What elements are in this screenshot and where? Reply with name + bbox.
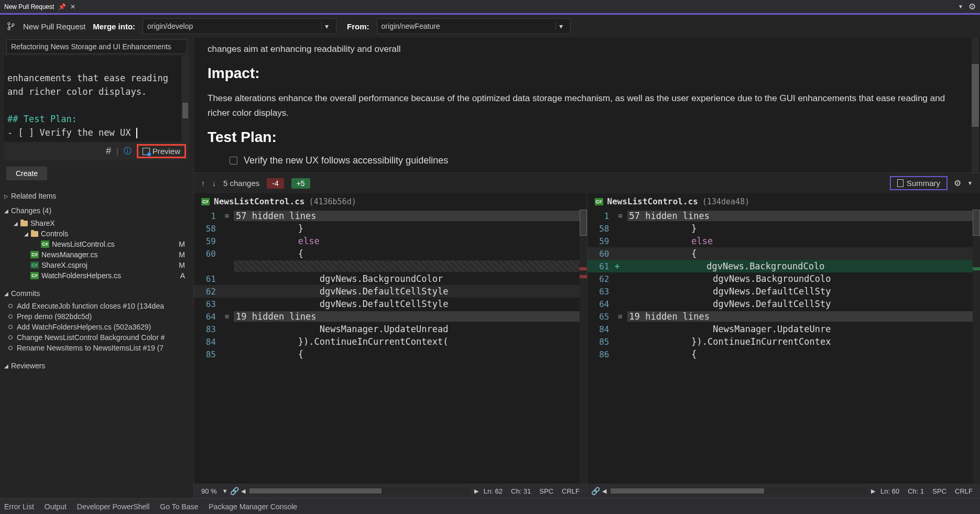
line-number: 62 bbox=[587, 274, 614, 284]
commit-row[interactable]: Change NewsListControl Background Color … bbox=[0, 332, 193, 343]
expand-icon[interactable]: ⊞ bbox=[220, 313, 234, 320]
whitespace-indicator[interactable]: SPC bbox=[536, 487, 557, 495]
code-text: }).ContinueInCurrentContext( bbox=[234, 336, 587, 347]
dropdown-icon[interactable]: ▾ bbox=[556, 22, 566, 30]
code-text: NewsManager.UpdateUnre bbox=[627, 324, 981, 334]
developer-powershell-tab[interactable]: Developer PowerShell bbox=[77, 502, 150, 511]
preview-button[interactable]: Preview bbox=[137, 144, 186, 158]
close-tab-icon[interactable]: ✕ bbox=[70, 3, 75, 10]
scroll-right-icon[interactable]: ▶ bbox=[474, 488, 478, 495]
line-indicator[interactable]: Ln: 60 bbox=[877, 487, 902, 495]
error-list-tab[interactable]: Error List bbox=[4, 502, 34, 511]
file-row[interactable]: C# NewsManager.cs M bbox=[0, 249, 193, 260]
commit-text: Add WatchFoldersHelpers.cs (502a3629) bbox=[17, 323, 151, 331]
dropdown-icon[interactable]: ▾ bbox=[321, 22, 332, 30]
commit-text: Add ExecuteJob function closes #10 (134d… bbox=[17, 302, 164, 310]
hidden-lines[interactable]: 57 hidden lines bbox=[627, 211, 981, 221]
commit-text: Change NewsListControl Background Color … bbox=[17, 333, 165, 342]
horizontal-scrollbar[interactable] bbox=[611, 487, 867, 495]
code-area-left[interactable]: 1⊞57 hidden lines 58 } 59 else 60 { 61 d… bbox=[194, 210, 587, 484]
expand-icon[interactable]: ⊞ bbox=[614, 212, 627, 220]
line-number: 64 bbox=[194, 312, 220, 322]
pin-icon[interactable]: 📌 bbox=[58, 3, 66, 10]
horizontal-scrollbar[interactable] bbox=[249, 487, 470, 495]
col-indicator[interactable]: Ch: 1 bbox=[905, 487, 927, 495]
prev-change-icon[interactable]: ↑ bbox=[201, 179, 205, 188]
code-text: }).ContinueInCurrentContex bbox=[627, 336, 981, 347]
from-branch-select[interactable]: origin/newFeature ▾ bbox=[377, 18, 571, 34]
next-change-icon[interactable]: ↓ bbox=[212, 179, 216, 188]
expand-icon[interactable]: ⊞ bbox=[220, 212, 234, 220]
folder-controls[interactable]: ◢ Controls bbox=[0, 228, 193, 239]
folder-sharex[interactable]: ◢ ShareX bbox=[0, 218, 193, 228]
dropdown-icon[interactable]: ▼ bbox=[967, 180, 973, 186]
text-cursor bbox=[136, 128, 137, 138]
code-text: } bbox=[627, 223, 981, 234]
output-tab[interactable]: Output bbox=[45, 502, 67, 511]
col-indicator[interactable]: Ch: 31 bbox=[508, 487, 534, 495]
file-status: M bbox=[179, 261, 189, 269]
info-icon[interactable]: ⓘ bbox=[124, 146, 132, 156]
line-indicator[interactable]: Ln: 62 bbox=[481, 487, 506, 495]
line-number: 63 bbox=[587, 287, 614, 297]
minimap-right[interactable] bbox=[973, 210, 980, 484]
svg-point-0 bbox=[8, 23, 10, 25]
link-icon[interactable]: 🔗 bbox=[591, 487, 600, 495]
eol-indicator[interactable]: CRLF bbox=[559, 487, 583, 495]
commit-row[interactable]: Add WatchFoldersHelpers.cs (502a3629) bbox=[0, 322, 193, 332]
merge-into-select[interactable]: origin/develop ▾ bbox=[143, 18, 336, 34]
whitespace-indicator[interactable]: SPC bbox=[929, 487, 950, 495]
editor-scrollbar[interactable] bbox=[181, 56, 189, 142]
description-editor[interactable]: enhancements that ease reading and riche… bbox=[4, 56, 189, 142]
reviewers-section[interactable]: ◢ Reviewers bbox=[0, 358, 193, 373]
diff-settings-icon[interactable]: ⚙ bbox=[954, 178, 961, 188]
checkbox-icon[interactable] bbox=[230, 157, 237, 165]
create-button[interactable]: Create bbox=[6, 167, 47, 180]
file-row[interactable]: C# ShareX.csproj M bbox=[0, 260, 193, 270]
zoom-level[interactable]: 90 % bbox=[198, 487, 220, 495]
scroll-left-icon[interactable]: ◀ bbox=[241, 488, 245, 495]
hidden-lines[interactable]: 19 hidden lines bbox=[234, 311, 587, 322]
diff-right-side: C# NewsListControl.cs (134dea48) 1⊞57 hi… bbox=[587, 193, 981, 484]
from-branch-value: origin/newFeature bbox=[382, 22, 440, 30]
collapse-icon: ◢ bbox=[24, 231, 28, 237]
preview-scrollbar[interactable] bbox=[972, 38, 979, 172]
expand-icon[interactable]: ⊞ bbox=[614, 313, 627, 320]
code-text: NewsManager.UpdateUnread bbox=[234, 324, 587, 334]
changes-section[interactable]: ◢ Changes (4) bbox=[0, 203, 193, 218]
preview-icon bbox=[143, 148, 150, 155]
pr-top-controls: New Pull Request Merge into: origin/deve… bbox=[0, 15, 980, 38]
csharp-icon: C# bbox=[201, 198, 210, 205]
line-number: 61 bbox=[194, 274, 220, 284]
scroll-left-icon[interactable]: ◀ bbox=[602, 488, 606, 495]
summary-button[interactable]: Summary bbox=[890, 176, 948, 190]
commit-row[interactable]: Add ExecuteJob function closes #10 (134d… bbox=[0, 301, 193, 311]
related-items-section[interactable]: ▷ Related Items bbox=[0, 189, 193, 203]
commit-row[interactable]: Rename NewsItems to NewsItemsList #19 (7 bbox=[0, 343, 193, 353]
pr-title-input[interactable] bbox=[6, 39, 187, 54]
folder-icon bbox=[20, 221, 28, 226]
dropdown-icon[interactable]: ▼ bbox=[222, 488, 228, 494]
goto-base-tab[interactable]: Go To Base bbox=[160, 502, 198, 511]
line-number: 65 bbox=[587, 312, 614, 322]
package-manager-console-tab[interactable]: Package Manager Console bbox=[209, 502, 297, 511]
changes-label: Changes (4) bbox=[11, 206, 51, 215]
code-area-right[interactable]: 1⊞57 hidden lines 58 } 59 else 60 { 61+ … bbox=[587, 210, 981, 484]
commits-section[interactable]: ◢ Commits bbox=[0, 286, 193, 301]
commit-row[interactable]: Prep demo (982bdc5d) bbox=[0, 311, 193, 322]
hidden-lines[interactable]: 19 hidden lines bbox=[627, 311, 981, 322]
hash-icon[interactable]: # bbox=[106, 146, 111, 157]
window-dropdown-icon[interactable]: ▼ bbox=[958, 4, 963, 9]
collapse-icon: ◢ bbox=[14, 221, 18, 226]
checklist-item[interactable]: Verify the new UX follows accessibility … bbox=[208, 155, 966, 166]
scroll-right-icon[interactable]: ▶ bbox=[871, 488, 875, 495]
file-row[interactable]: C# WatchFoldersHelpers.cs A bbox=[0, 270, 193, 281]
eol-indicator[interactable]: CRLF bbox=[952, 487, 976, 495]
reviewers-label: Reviewers bbox=[11, 362, 45, 370]
file-row[interactable]: C# NewsListControl.cs M bbox=[0, 239, 193, 249]
link-icon[interactable]: 🔗 bbox=[230, 487, 239, 495]
hidden-lines[interactable]: 57 hidden lines bbox=[234, 211, 587, 221]
settings-gear-icon[interactable]: ⚙ bbox=[968, 2, 976, 12]
minimap-left[interactable] bbox=[580, 210, 587, 484]
folder-label: Controls bbox=[41, 229, 68, 238]
